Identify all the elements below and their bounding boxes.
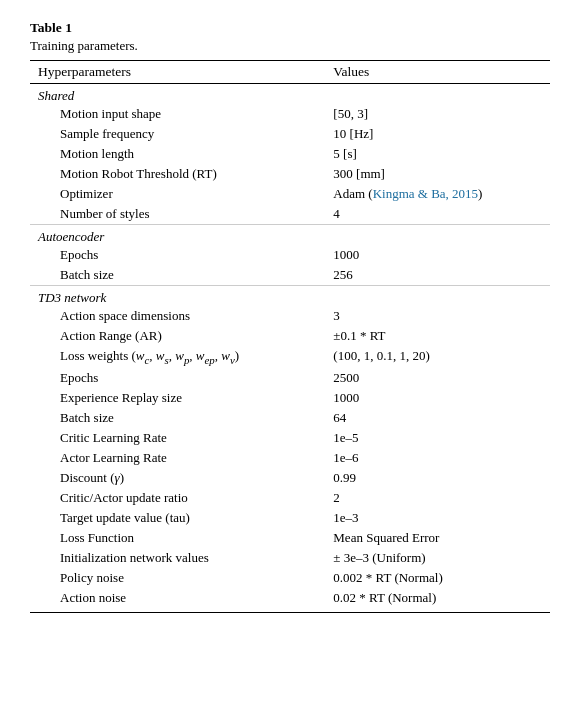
param-value: 1e–5: [325, 428, 550, 448]
param-name: Discount (γ): [30, 468, 325, 488]
table-row: Motion Robot Threshold (RT)300 [mm]: [30, 164, 550, 184]
param-value: Mean Squared Error: [325, 528, 550, 548]
param-value: 3: [325, 306, 550, 326]
param-value: (100, 1, 0.1, 1, 20): [325, 346, 550, 368]
section-header-shared: Shared: [30, 84, 550, 105]
table-row: Batch size256: [30, 265, 550, 286]
table-row: Loss FunctionMean Squared Error: [30, 528, 550, 548]
table-title: Table 1: [30, 20, 550, 36]
table-row: Motion input shape[50, 3]: [30, 104, 550, 124]
param-name: Action space dimensions: [30, 306, 325, 326]
param-value: 1e–3: [325, 508, 550, 528]
param-value: 1000: [325, 388, 550, 408]
param-value: 64: [325, 408, 550, 428]
table-row: Sample frequency10 [Hz]: [30, 124, 550, 144]
param-name: Batch size: [30, 408, 325, 428]
table-row: OptimizerAdam (Kingma & Ba, 2015): [30, 184, 550, 204]
section-header-autoencoder: Autoencoder: [30, 225, 550, 246]
param-name: Optimizer: [30, 184, 325, 204]
param-name: Action Range (AR): [30, 326, 325, 346]
table-row: Policy noise0.002 * RT (Normal): [30, 568, 550, 588]
table-row: Action noise0.02 * RT (Normal): [30, 588, 550, 613]
param-name: Experience Replay size: [30, 388, 325, 408]
param-name: Critic/Actor update ratio: [30, 488, 325, 508]
param-value: ±0.1 * RT: [325, 326, 550, 346]
param-value: [50, 3]: [325, 104, 550, 124]
table-row: Action Range (AR)±0.1 * RT: [30, 326, 550, 346]
table-row: Number of styles4: [30, 204, 550, 225]
param-value: 300 [mm]: [325, 164, 550, 184]
table-row: Motion length5 [s]: [30, 144, 550, 164]
param-value: Adam (Kingma & Ba, 2015): [325, 184, 550, 204]
table-row: Target update value (tau)1e–3: [30, 508, 550, 528]
table-row: Epochs2500: [30, 368, 550, 388]
table-row: Batch size64: [30, 408, 550, 428]
param-value: 4: [325, 204, 550, 225]
parameters-table: Hyperparameters Values SharedMotion inpu…: [30, 60, 550, 613]
param-name: Initialization network values: [30, 548, 325, 568]
param-value: 5 [s]: [325, 144, 550, 164]
param-name: Action noise: [30, 588, 325, 613]
citation-link[interactable]: Kingma & Ba, 2015: [373, 186, 478, 201]
param-name: Epochs: [30, 368, 325, 388]
param-name: Batch size: [30, 265, 325, 286]
param-name: Loss Function: [30, 528, 325, 548]
param-value: 0.99: [325, 468, 550, 488]
table-row: Epochs1000: [30, 245, 550, 265]
param-value: 2500: [325, 368, 550, 388]
section-header-td3-network: TD3 network: [30, 286, 550, 307]
table-row: Loss weights (wc, ws, wp, wep, wv)(100, …: [30, 346, 550, 368]
param-name: Critic Learning Rate: [30, 428, 325, 448]
table-row: Critic Learning Rate1e–5: [30, 428, 550, 448]
param-name: Motion length: [30, 144, 325, 164]
param-name: Target update value (tau): [30, 508, 325, 528]
col-header-values: Values: [325, 61, 550, 84]
col-header-hyperparameters: Hyperparameters: [30, 61, 325, 84]
table-row: Experience Replay size1000: [30, 388, 550, 408]
param-name: Number of styles: [30, 204, 325, 225]
table-row: Discount (γ)0.99: [30, 468, 550, 488]
param-value: 10 [Hz]: [325, 124, 550, 144]
param-value: 0.002 * RT (Normal): [325, 568, 550, 588]
param-name: Policy noise: [30, 568, 325, 588]
param-name: Actor Learning Rate: [30, 448, 325, 468]
param-name: Sample frequency: [30, 124, 325, 144]
table-row: Initialization network values± 3e–3 (Uni…: [30, 548, 550, 568]
param-value: 1e–6: [325, 448, 550, 468]
param-name: Motion input shape: [30, 104, 325, 124]
param-name: Epochs: [30, 245, 325, 265]
table-row: Actor Learning Rate1e–6: [30, 448, 550, 468]
param-value: 256: [325, 265, 550, 286]
table-row: Action space dimensions3: [30, 306, 550, 326]
table-row: Critic/Actor update ratio2: [30, 488, 550, 508]
table-subtitle: Training parameters.: [30, 38, 550, 54]
param-name: Motion Robot Threshold (RT): [30, 164, 325, 184]
param-name: Loss weights (wc, ws, wp, wep, wv): [30, 346, 325, 368]
param-value: 1000: [325, 245, 550, 265]
param-value: 2: [325, 488, 550, 508]
param-value: 0.02 * RT (Normal): [325, 588, 550, 613]
param-value: ± 3e–3 (Uniform): [325, 548, 550, 568]
